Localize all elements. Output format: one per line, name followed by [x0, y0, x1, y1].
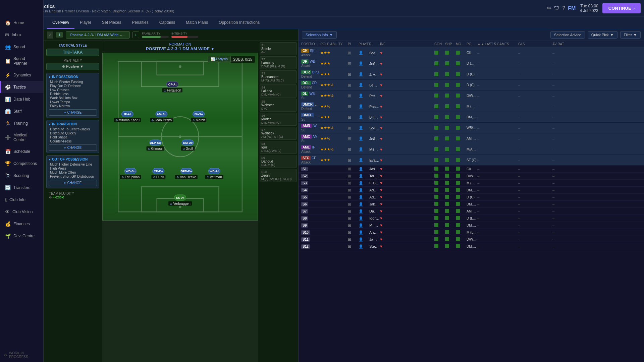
player-circle-veltman[interactable]: WB-At: [208, 168, 220, 174]
player-name[interactable]: Jakub Moder Set ▼: [369, 202, 379, 206]
pi-icon[interactable]: ⊞: [348, 188, 351, 192]
player-name[interactable]: João Pedro Wnt ▼: [369, 137, 379, 141]
sub-item-s9[interactable]: S9 Dahoud DM, M (C): [260, 155, 297, 168]
player-name[interactable]: Mitoma Kaoru ▼: [369, 147, 379, 152]
player-circle-kaoru[interactable]: IF-At: [121, 111, 133, 117]
player-nametag-march[interactable]: ⊙March: [191, 118, 207, 122]
pi-icon[interactable]: ⊞: [348, 94, 351, 98]
player-circle-ferguson[interactable]: CF-At: [166, 81, 178, 87]
player-name[interactable]: Lewis Dunk ▼: [369, 83, 379, 87]
sidebar-item-home[interactable]: 🏠Home: [0, 17, 43, 29]
player-node-ferguson[interactable]: CF-At ⊙Ferguson: [162, 81, 182, 92]
tab-captains[interactable]: Captains: [154, 17, 180, 29]
sub-item-s6[interactable]: S6 Moder DM, M/AM (C): [260, 113, 297, 126]
table-row[interactable]: DL WB Su ★★★½ ⊞ 👤 Pervis Estupiñán Set ▼…: [299, 90, 644, 101]
sidebar-item-competitions[interactable]: 🏆Competitions: [0, 158, 43, 170]
pi-icon[interactable]: ⊞: [348, 104, 351, 109]
player-name[interactable]: Billy Gilmour ▼: [369, 115, 379, 119]
sub-item-s3[interactable]: S3 Buonanotte M (R), AM (RLC): [260, 70, 297, 83]
tab-overview[interactable]: Overview: [47, 17, 74, 29]
filter-button[interactable]: Filter ▼: [620, 31, 641, 39]
sidebar-item-staff[interactable]: 👔Staff: [0, 105, 43, 117]
pi-icon[interactable]: ⊞: [348, 126, 351, 130]
player-name[interactable]: Steven Alzate Lwn ▼: [369, 244, 379, 248]
sub-item-s4[interactable]: S4 Lallana DM, M/AM (C): [260, 84, 297, 98]
player-node-van-hecke[interactable]: BPD-De ⊙Van Hecke: [175, 168, 197, 179]
player-nametag-estupinan[interactable]: ⊙Estupiñan: [120, 175, 141, 179]
table-row[interactable]: S1 ⊞ 👤 Jason Steele ▼ ♥ GK – – –: [299, 166, 644, 173]
pi-icon[interactable]: ⊞: [348, 115, 351, 120]
player-name[interactable]: Adam Lallana ▼: [369, 188, 379, 192]
pi-icon[interactable]: ⊞: [348, 237, 351, 242]
table-row[interactable]: DMCL DLP Su ★★★ ⊞ 👤 Billy Gilmour ▼ ♥ DM…: [299, 112, 644, 123]
edit-icon[interactable]: ✏: [547, 5, 551, 11]
shield-icon[interactable]: 🛡: [554, 5, 559, 11]
player-node-march[interactable]: IW-Su ⊙March: [191, 111, 207, 122]
continue-button[interactable]: CONTINUE ›: [602, 3, 641, 13]
mentality-dropdown[interactable]: ⊙ Positive ▼: [46, 63, 99, 70]
player-dropdown-icon[interactable]: ▼: [377, 217, 379, 220]
sidebar-item-tactics[interactable]: ⚽Tactics: [0, 81, 43, 93]
pi-icon[interactable]: ⊞: [348, 195, 351, 199]
table-row[interactable]: S10 ⊞ 👤 Andi Zeqiri Lst ▼ ♥ M (L), AM (R…: [299, 229, 644, 236]
player-name[interactable]: Bart Verbruggen IPR ▼: [369, 51, 379, 55]
sidebar-item-squad-planner[interactable]: 📋Squad Planner: [0, 53, 43, 69]
player-name[interactable]: James Milner ▼: [369, 237, 379, 241]
pi-icon[interactable]: ⊞: [348, 209, 351, 214]
player-nametag-verbruggen[interactable]: ⊙Verbruggen: [168, 201, 192, 206]
player-node-estupinan[interactable]: WB-Su ⊙Estupiñan: [120, 168, 141, 179]
tab-set-pieces[interactable]: Set Pieces: [97, 17, 126, 29]
player-name[interactable]: Igor ▼: [369, 216, 379, 220]
in-possession-change-btn[interactable]: » CHANGE: [49, 109, 97, 116]
sidebar-item-scouting[interactable]: 🔭Scouting: [0, 170, 43, 182]
sub-item-s8[interactable]: S8 Igor D (LC), WB (L): [260, 141, 297, 154]
table-row[interactable]: DR WB Attack ★★★ ⊞ 👤 Joël Veltman Set ▼ …: [299, 58, 644, 69]
selection-advice-button[interactable]: Selection Advice: [550, 31, 585, 39]
sidebar-item-transfers[interactable]: 🔄Transfers: [0, 182, 43, 194]
player-name[interactable]: F. Buonanotte Wnt ▼: [369, 181, 379, 185]
player-nametag-van-hecke[interactable]: ⊙Van Hecke: [175, 175, 197, 179]
table-row[interactable]: DCR BPD Defend ★★★ ⊞ 👤 J. van Hecke Loa …: [299, 69, 644, 80]
table-row[interactable]: AMC AM Su ★★½ ⊞ 👤 João Pedro Wnt ▼ ♥ AM …: [299, 133, 644, 144]
table-row[interactable]: DMCR DM Defend ★★½ ⊞ 👤 Pascal Groß Set ▼…: [299, 101, 644, 112]
sub-item-s7[interactable]: S7 Welbeck AM (RL), ST (C): [260, 127, 297, 140]
player-name[interactable]: Tariq Lamptey ▼: [369, 174, 379, 178]
tab-opposition-instructions[interactable]: Opposition Instructions: [213, 17, 265, 29]
sidebar-item-dynamics[interactable]: ⚡Dynamics: [0, 69, 43, 81]
formation-dropdown-icon[interactable]: ▼: [211, 47, 214, 51]
quick-pick-button[interactable]: Quick Pick ▼: [588, 31, 618, 39]
player-nametag-gilmour[interactable]: ⊙Gilmour: [147, 146, 164, 150]
pi-icon[interactable]: ⊞: [348, 167, 351, 171]
tab-player[interactable]: Player: [74, 17, 97, 29]
player-name[interactable]: M. Dahoud Set ▼: [369, 223, 379, 227]
player-name[interactable]: Danny Welbeck ▼: [369, 209, 379, 213]
tactical-style-name[interactable]: TIKI-TAKA: [46, 49, 99, 56]
pi-icon[interactable]: ⊞: [348, 61, 351, 66]
sidebar-item-training[interactable]: 🏃Training: [0, 117, 43, 129]
pi-icon[interactable]: ⊞: [348, 202, 351, 206]
table-row[interactable]: AMR IW Su ★★★½ ⊞ 👤 Solly March ▼ ♥ WB/M/…: [299, 123, 644, 133]
table-row[interactable]: S8 ⊞ 👤 Igor ▼ ♥ D (LC), WB (L) – – –: [299, 215, 644, 222]
sidebar-item-dev-centre[interactable]: 🌱Dev. Centre: [0, 230, 43, 242]
help-icon[interactable]: ?: [562, 5, 565, 11]
sub-item-s2[interactable]: S2 Lamptey D/WB (RL), M (R): [260, 56, 297, 69]
player-circle-march[interactable]: IW-Su: [193, 111, 205, 117]
pi-icon[interactable]: ⊞: [348, 230, 351, 235]
player-circle-dunk[interactable]: CD-De: [152, 168, 164, 174]
pi-icon[interactable]: ⊞: [348, 181, 351, 185]
player-node-dunk[interactable]: CD-De ⊙Dunk: [152, 168, 165, 179]
sidebar-item-schedule[interactable]: 📅Schedule: [0, 145, 43, 158]
pi-icon[interactable]: ⊞: [348, 216, 351, 221]
tactics-name-display[interactable]: Positive 4-2-3-1 DM AM Wide –…: [66, 31, 129, 39]
player-name[interactable]: Adam Webster ▼: [369, 195, 379, 199]
table-row[interactable]: S5 ⊞ 👤 Adam Webster ▼ ♥ D (C) – – –: [299, 194, 644, 201]
player-node-gilmour[interactable]: DLP-Su ⊙Gilmour: [147, 139, 164, 150]
sidebar-item-squad[interactable]: 👥Squad: [0, 41, 43, 53]
player-circle-van-hecke[interactable]: BPD-De: [180, 168, 192, 174]
pi-icon[interactable]: ⊞: [348, 83, 351, 87]
player-name[interactable]: J. van Hecke Loa ▼: [369, 72, 379, 76]
out-possession-change-btn[interactable]: » CHANGE: [49, 180, 97, 186]
table-row[interactable]: S7 ⊞ 👤 Danny Welbeck ▼ ♥ AM (RL), ST (C)…: [299, 208, 644, 215]
player-nametag-kaoru[interactable]: ⊙Mitoma Kaoru: [114, 118, 141, 122]
table-row[interactable]: S3 ⊞ 👤 F. Buonanotte Wnt ▼ ♥ M (R), AM (…: [299, 180, 644, 187]
